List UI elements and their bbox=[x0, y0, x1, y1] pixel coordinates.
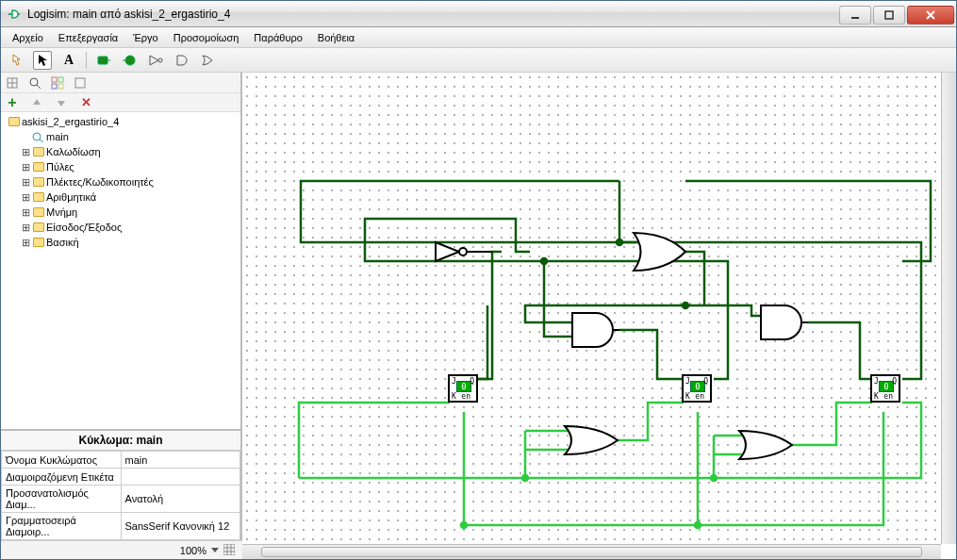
tree-label: askisi_2_ergastirio_4 bbox=[22, 116, 119, 127]
menu-help[interactable]: Βοήθεια bbox=[310, 29, 362, 46]
tree-lib-item[interactable]: ⊞Πύλες bbox=[3, 159, 239, 174]
svg-point-25 bbox=[459, 248, 467, 255]
canvas-area: 0 J Q K en 0 J Q K en 0 J Q K bbox=[242, 73, 956, 559]
circuit-canvas[interactable]: 0 J Q K en 0 J Q K en 0 J Q K bbox=[242, 73, 941, 544]
property-key: Γραμματοσειρά Διαμοιρ... bbox=[2, 513, 122, 540]
tree-label: Βασική bbox=[46, 237, 79, 248]
menu-window[interactable]: Παράθυρο bbox=[246, 29, 309, 46]
expand-icon[interactable]: ⊞ bbox=[20, 222, 31, 234]
svg-point-15 bbox=[33, 133, 41, 140]
zoom-down-icon[interactable] bbox=[210, 545, 220, 556]
tree-lib-item[interactable]: ⊞Μνήμη bbox=[3, 205, 239, 220]
menu-simulate[interactable]: Προσομοίωση bbox=[166, 29, 247, 46]
svg-rect-11 bbox=[58, 77, 63, 82]
menu-edit[interactable]: Επεξεργασία bbox=[51, 29, 125, 46]
property-value[interactable] bbox=[121, 469, 240, 486]
up-icon[interactable] bbox=[27, 93, 46, 112]
not-gate-tool[interactable] bbox=[147, 51, 166, 70]
svg-line-9 bbox=[37, 85, 41, 89]
tree-label: Μνήμη bbox=[46, 206, 77, 218]
properties-table: Όνομα ΚυκλώματοςmainΔιαμοιραζόμενη Ετικέ… bbox=[1, 451, 240, 540]
and-gate-2 bbox=[761, 305, 801, 339]
tree-label: Καλωδίωση bbox=[46, 146, 101, 157]
sim-tree-icon[interactable] bbox=[3, 74, 22, 92]
tree-label: Είσοδος/Έξοδος bbox=[46, 222, 122, 233]
expand-icon[interactable]: ⊞ bbox=[20, 191, 31, 204]
scroll-thumb[interactable] bbox=[261, 547, 922, 557]
tree-label: Πλέκτες/Κωδικοποιητές bbox=[46, 176, 154, 188]
tree-label: Πύλες bbox=[46, 161, 74, 173]
menu-file[interactable]: Αρχείο bbox=[5, 29, 51, 46]
text-tool[interactable]: A bbox=[59, 51, 78, 70]
magnify-icon[interactable] bbox=[25, 74, 44, 92]
grid-toggle-icon[interactable] bbox=[223, 544, 235, 557]
property-row[interactable]: Προσανατολισμός Διαμ...Ανατολή bbox=[2, 486, 240, 513]
property-row[interactable]: Όνομα Κυκλώματοςmain bbox=[2, 452, 240, 469]
jk-flipflop-3[interactable]: 0 J Q K en bbox=[870, 374, 900, 403]
content-area: + ✕ askisi_2_ergastirio_4 main ⊞Καλωδίωσ… bbox=[1, 73, 956, 559]
svg-line-16 bbox=[40, 140, 43, 142]
expand-icon[interactable]: ⊞ bbox=[20, 206, 31, 219]
expand-icon[interactable]: ⊞ bbox=[20, 161, 31, 173]
maximize-button[interactable] bbox=[873, 6, 905, 25]
input-pin-tool[interactable] bbox=[94, 51, 113, 70]
tree-main-circuit[interactable]: main bbox=[3, 129, 239, 144]
expand-icon[interactable]: ⊞ bbox=[20, 146, 31, 158]
window-controls bbox=[837, 4, 954, 25]
jk-flipflop-2[interactable]: 0 J Q K en bbox=[682, 374, 712, 403]
titlebar[interactable]: Logisim: main από askisi_2_ergastirio_4 bbox=[1, 1, 956, 27]
property-value[interactable]: Ανατολή bbox=[121, 486, 240, 513]
window-title: Logisim: main από askisi_2_ergastirio_4 bbox=[27, 8, 837, 21]
delete-icon[interactable]: ✕ bbox=[76, 93, 95, 112]
svg-rect-1 bbox=[885, 11, 893, 19]
poke-tool[interactable] bbox=[7, 51, 25, 70]
and-gate-tool[interactable] bbox=[173, 51, 192, 70]
tree-label: Αριθμητικά bbox=[46, 191, 96, 203]
property-row[interactable]: Διαμοιραζόμενη Ετικέτα bbox=[2, 469, 240, 486]
or-gate-1 bbox=[634, 233, 685, 271]
tree-lib-item[interactable]: ⊞Είσοδος/Έξοδος bbox=[3, 220, 239, 235]
zoom-label: 100% bbox=[180, 545, 206, 556]
property-value[interactable]: SansSerif Κανονική 12 bbox=[121, 513, 240, 540]
svg-point-8 bbox=[30, 78, 38, 86]
tree-lib-item[interactable]: ⊞Αριθμητικά bbox=[3, 189, 239, 205]
properties-panel: Κύκλωμα: main Όνομα ΚυκλώματοςmainΔιαμοι… bbox=[1, 429, 240, 540]
app-icon bbox=[7, 7, 22, 22]
or-gate-tool[interactable] bbox=[200, 51, 219, 70]
minimize-button[interactable] bbox=[839, 6, 871, 25]
horizontal-scrollbar[interactable] bbox=[242, 544, 941, 559]
vertical-scrollbar[interactable] bbox=[941, 73, 956, 544]
and-gate-1 bbox=[572, 313, 613, 347]
svg-rect-10 bbox=[52, 77, 57, 82]
or-gate-2 bbox=[565, 426, 618, 454]
project-tree[interactable]: askisi_2_ergastirio_4 main ⊞Καλωδίωση⊞Πύ… bbox=[1, 112, 240, 429]
svg-rect-12 bbox=[52, 84, 57, 89]
expand-icon[interactable]: ⊞ bbox=[20, 237, 31, 249]
properties-title: Κύκλωμα: main bbox=[1, 431, 240, 451]
close-button[interactable] bbox=[907, 6, 954, 25]
tree-lib-item[interactable]: ⊞Πλέκτες/Κωδικοποιητές bbox=[3, 174, 239, 189]
tree-label: main bbox=[46, 131, 69, 142]
property-key: Διαμοιραζόμενη Ετικέτα bbox=[2, 469, 122, 486]
not-gate bbox=[436, 242, 459, 261]
expand-icon[interactable]: ⊞ bbox=[20, 176, 31, 189]
gates-layer bbox=[242, 73, 956, 559]
left-pane: + ✕ askisi_2_ergastirio_4 main ⊞Καλωδίωσ… bbox=[1, 73, 242, 559]
menu-project[interactable]: Έργο bbox=[125, 29, 166, 46]
toolbar: A bbox=[1, 48, 956, 73]
select-tool[interactable] bbox=[33, 51, 52, 70]
grid-icon[interactable] bbox=[48, 74, 67, 92]
tree-lib-item[interactable]: ⊞Βασική bbox=[3, 235, 239, 250]
list-icon[interactable] bbox=[71, 74, 90, 92]
output-pin-tool[interactable] bbox=[121, 51, 140, 70]
down-icon[interactable] bbox=[52, 93, 71, 112]
property-value[interactable]: main bbox=[121, 452, 240, 469]
tree-project-root[interactable]: askisi_2_ergastirio_4 bbox=[3, 114, 239, 129]
add-circuit-icon[interactable]: + bbox=[3, 93, 22, 112]
jk-flipflop-1[interactable]: 0 J Q K en bbox=[448, 374, 478, 403]
property-row[interactable]: Γραμματοσειρά Διαμοιρ...SansSerif Κανονι… bbox=[2, 513, 240, 540]
svg-point-4 bbox=[125, 56, 135, 65]
explorer-toolbar bbox=[1, 73, 240, 93]
tree-lib-item[interactable]: ⊞Καλωδίωση bbox=[3, 144, 239, 159]
property-key: Όνομα Κυκλώματος bbox=[2, 452, 122, 469]
